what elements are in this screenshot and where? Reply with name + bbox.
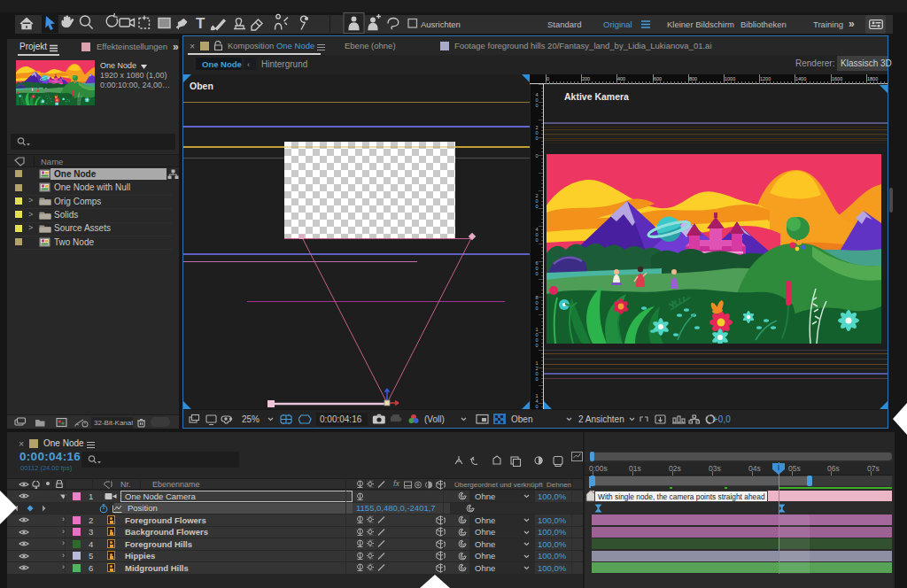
svg-text:T: T [196, 15, 205, 32]
